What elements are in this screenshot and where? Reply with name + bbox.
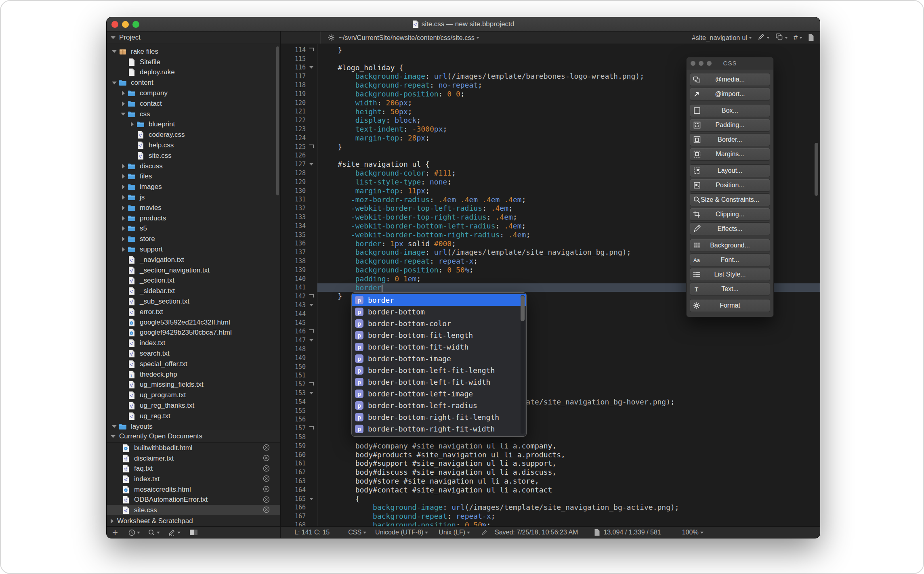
tree-item[interactable]: _section.txt xyxy=(107,276,280,286)
editor-scrollbar[interactable] xyxy=(815,143,818,196)
popup-scrollbar-thumb[interactable] xyxy=(521,295,525,321)
tree-item[interactable]: content xyxy=(107,78,280,88)
disclosure-triangle-icon[interactable] xyxy=(111,435,116,438)
disclosure-triangle-icon[interactable] xyxy=(122,174,125,179)
completion-item[interactable]: pborder-bottom-fit-length xyxy=(352,329,526,341)
code-line[interactable]: 165 { xyxy=(281,494,820,503)
disclosure-triangle-icon[interactable] xyxy=(112,82,117,84)
marker-pen-icon[interactable] xyxy=(168,529,176,536)
code-line[interactable]: 164 body#contact #site_navigation ul li … xyxy=(281,486,820,494)
code-line[interactable]: 167 background-repeat: repeat-x; xyxy=(281,512,820,521)
tree-item[interactable]: _navigation.txt xyxy=(107,255,280,265)
tree-item[interactable]: contact xyxy=(107,98,280,109)
open-document-item[interactable]: disclaimer.txt xyxy=(107,453,280,464)
tree-item[interactable]: js xyxy=(107,192,280,203)
palette-button[interactable]: Border... xyxy=(690,133,770,146)
close-document-button[interactable] xyxy=(263,444,270,451)
tree-item[interactable]: support xyxy=(107,244,280,255)
tree-item[interactable]: google53f592ed214c32ff.html xyxy=(107,317,280,328)
sidebar-scrollbar[interactable] xyxy=(276,46,279,195)
close-document-button[interactable] xyxy=(263,496,270,503)
disclosure-triangle-icon[interactable] xyxy=(122,101,125,106)
code-line[interactable]: 168 background-position: 0 50%; xyxy=(281,521,820,526)
palette-button[interactable]: Size & Constraints... xyxy=(690,193,770,206)
completion-item[interactable]: pborder-bottom-image xyxy=(352,353,526,365)
code-line[interactable]: 162 body#discuss #site_navigation ul li … xyxy=(281,468,820,477)
tree-item[interactable]: ug_reg.txt xyxy=(107,411,280,421)
fold-end-icon[interactable] xyxy=(309,145,314,148)
tree-item[interactable]: deploy.rake xyxy=(107,67,280,78)
completion-item[interactable]: pborder-bottom-left-radius xyxy=(352,400,526,411)
tree-item[interactable]: rake files xyxy=(107,46,280,57)
documents-dropdown[interactable] xyxy=(775,33,788,42)
close-document-button[interactable] xyxy=(263,465,270,472)
disclosure-triangle-icon[interactable] xyxy=(122,216,125,221)
palette-button[interactable]: Padding... xyxy=(690,119,770,132)
search-icon[interactable] xyxy=(148,529,155,536)
disclosure-triangle-icon[interactable] xyxy=(122,164,125,169)
completion-item[interactable]: pborder-bottom xyxy=(352,306,526,318)
completion-item[interactable]: pborder-bottom-left-image xyxy=(352,388,526,400)
minimize-window-button[interactable] xyxy=(122,21,129,28)
writable-pencil-icon[interactable] xyxy=(481,529,487,536)
tree-item[interactable]: site.css xyxy=(107,151,280,161)
fold-end-icon[interactable] xyxy=(309,294,314,297)
code-text[interactable]: background-image: url(/images/template/s… xyxy=(317,503,820,512)
function-menu-gear-icon[interactable] xyxy=(328,34,335,41)
open-documents-header[interactable]: Currently Open Documents xyxy=(107,430,280,443)
disclosure-triangle-icon[interactable] xyxy=(122,226,125,231)
tree-item[interactable]: images xyxy=(107,182,280,192)
code-text[interactable]: background-position: 0 50%; xyxy=(317,521,820,526)
language-dropdown[interactable]: CSS xyxy=(348,529,366,536)
disclosure-triangle-icon[interactable] xyxy=(122,195,125,200)
tree-item[interactable]: blueprint xyxy=(107,119,280,130)
fold-end-icon[interactable] xyxy=(309,426,314,429)
fold-open-icon[interactable] xyxy=(309,304,313,306)
tree-item[interactable]: layouts xyxy=(107,421,280,431)
palette-button[interactable]: @import... xyxy=(690,88,770,101)
code-text[interactable]: body#support #site_navigation ul li a.su… xyxy=(317,459,820,468)
code-text[interactable]: body#store #site_navigation ul li a.stor… xyxy=(317,477,820,486)
disclosure-triangle-icon[interactable] xyxy=(112,50,117,53)
tree-item[interactable]: company xyxy=(107,88,280,98)
code-text[interactable]: body#discuss #site_navigation ul li a.di… xyxy=(317,468,820,477)
completion-item[interactable]: pborder-bottom-right-fit-width xyxy=(352,423,526,435)
file-path-dropdown[interactable]: ~/svn/CurrentSite/newsite/content/css/si… xyxy=(339,34,479,42)
counter-dropdown[interactable]: # xyxy=(794,34,802,42)
code-line[interactable]: 166 background-image: url(/images/templa… xyxy=(281,503,820,512)
completion-item[interactable]: pborder-bottom-right-fit-length xyxy=(352,411,526,423)
add-button[interactable]: + xyxy=(112,527,118,538)
open-document-item[interactable]: ODBAutomationError.txt xyxy=(107,495,280,505)
close-document-button[interactable] xyxy=(263,506,270,513)
code-text[interactable]: background-repeat: repeat-x; xyxy=(317,512,820,521)
close-document-button[interactable] xyxy=(263,486,270,492)
disclosure-triangle-icon[interactable] xyxy=(111,36,116,39)
line-ending-dropdown[interactable]: Unix (LF) xyxy=(439,529,470,536)
tree-item[interactable]: css xyxy=(107,109,280,119)
fold-open-icon[interactable] xyxy=(309,339,313,341)
palette-button[interactable]: Effects... xyxy=(690,222,770,235)
document-sheet-icon[interactable] xyxy=(808,34,814,41)
tree-item[interactable]: movies xyxy=(107,203,280,213)
code-text[interactable]: body#contact #site_navigation ul li a.co… xyxy=(317,486,820,494)
close-window-button[interactable] xyxy=(111,21,118,28)
encoding-dropdown[interactable]: Unicode (UTF-8) xyxy=(375,529,428,536)
open-document-item[interactable]: mosaiccredits.html xyxy=(107,484,280,495)
tree-item[interactable]: s5 xyxy=(107,224,280,234)
completion-item[interactable]: pborder-bottom-fit-width xyxy=(352,341,526,353)
disclosure-triangle-icon[interactable] xyxy=(122,184,125,189)
tree-item[interactable]: _sub_section.txt xyxy=(107,296,280,307)
context-dropdown[interactable]: #site_navigation ul xyxy=(692,34,752,42)
open-document-item[interactable]: builtwithbbedit.html xyxy=(107,443,280,453)
disclosure-triangle-icon[interactable] xyxy=(122,247,125,252)
tree-item[interactable]: error.txt xyxy=(107,307,280,317)
fold-open-icon[interactable] xyxy=(309,163,313,165)
palette-button[interactable]: Margins... xyxy=(690,148,770,161)
tree-item[interactable]: store xyxy=(107,234,280,244)
palette-button[interactable]: Box... xyxy=(690,104,770,117)
sidebar-toggle-icon[interactable] xyxy=(189,529,198,536)
disclosure-triangle-icon[interactable] xyxy=(122,205,125,210)
open-document-item[interactable]: index.txt xyxy=(107,474,280,484)
palette-button[interactable]: TText... xyxy=(690,283,770,295)
tree-item[interactable]: coderay.css xyxy=(107,130,280,140)
